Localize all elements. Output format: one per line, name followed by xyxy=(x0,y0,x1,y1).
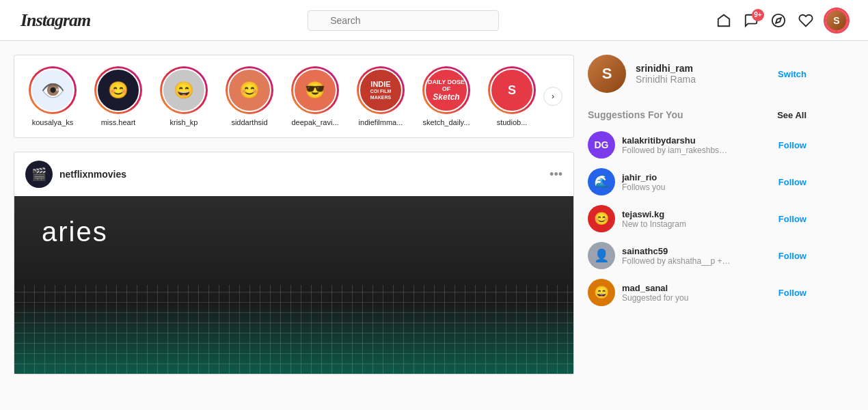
search-bar: 🔍 xyxy=(308,10,499,31)
story-username: deepak_ravi... xyxy=(291,118,338,126)
story-username: studiob... xyxy=(497,118,528,126)
suggestion-avatar[interactable]: 😄 xyxy=(588,279,615,306)
explore-icon[interactable] xyxy=(771,13,786,28)
header: Instagram 🔍 9+ xyxy=(0,0,868,41)
suggestion-sub: Followed by iam_rakeshbs07 + 3 m... xyxy=(622,146,731,155)
suggestion-avatar[interactable]: 🌊 xyxy=(588,168,615,195)
story-item[interactable]: 😎 deepak_ravi... xyxy=(288,66,342,126)
follow-button[interactable]: Follow xyxy=(778,214,806,224)
sidebar-username[interactable]: srinidhi_ram xyxy=(636,63,768,74)
suggestion-info: mad_sanal Suggested for you xyxy=(622,283,772,303)
home-icon[interactable] xyxy=(716,13,731,28)
stories-scroll: 👁️ kousalya_ks 😊 miss.heart xyxy=(25,66,538,126)
story-username: miss.heart xyxy=(101,118,136,126)
suggestion-avatar-text: DG xyxy=(595,139,609,150)
suggestion-username[interactable]: kalakritibydarshu xyxy=(622,135,772,146)
follow-button[interactable]: Follow xyxy=(778,288,806,298)
suggestion-avatar[interactable]: DG xyxy=(588,131,615,159)
sidebar-profile: S srinidhi_ram Srinidhi Rama Switch xyxy=(588,55,806,93)
svg-marker-1 xyxy=(776,18,781,23)
story-username: indiefilmma... xyxy=(359,118,403,126)
sidebar-avatar[interactable]: S xyxy=(588,55,626,93)
story-username: siddarthsid xyxy=(231,118,267,126)
suggestion-sub: Follows you xyxy=(622,182,731,192)
profile-avatar[interactable]: S xyxy=(826,10,847,31)
svg-point-0 xyxy=(772,14,785,26)
suggestion-item: 🌊 jahir_rio Follows you Follow xyxy=(588,168,806,195)
stories-next-button[interactable]: › xyxy=(543,87,562,106)
suggestion-item: 😊 tejaswi.kg New to Instagram Follow xyxy=(588,205,806,232)
suggestion-username[interactable]: jahir_rio xyxy=(622,172,772,182)
story-item[interactable]: DAILY DOSE OF Sketch sketch_daily... xyxy=(419,66,474,126)
suggestion-username[interactable]: tejaswi.kg xyxy=(622,209,772,219)
header-icons: 9+ S xyxy=(716,10,847,31)
stories-container: 👁️ kousalya_ks 😊 miss.heart xyxy=(14,55,574,138)
heart-icon[interactable] xyxy=(798,13,813,28)
post-image: aries xyxy=(14,196,573,374)
follow-button[interactable]: Follow xyxy=(778,177,806,187)
suggestion-info: sainathc59 Followed by akshatha__p + 1 m… xyxy=(622,246,772,266)
search-input[interactable] xyxy=(308,10,499,31)
story-item[interactable]: 😊 siddarthsid xyxy=(222,66,277,126)
suggestions-header: Suggestions For You See All xyxy=(588,109,806,120)
story-item[interactable]: 😄 krish_kp xyxy=(157,66,211,126)
suggestion-info: jahir_rio Follows you xyxy=(622,172,772,192)
avatar-initials: S xyxy=(833,15,839,26)
post-user: 🎬 netflixnmovies xyxy=(25,161,126,188)
suggestions-list: DG kalakritibydarshu Followed by iam_rak… xyxy=(588,131,806,306)
story-item[interactable]: 👁️ kousalya_ks xyxy=(25,66,80,126)
follow-button[interactable]: Follow xyxy=(778,140,806,150)
suggestion-item: 😄 mad_sanal Suggested for you Follow xyxy=(588,279,806,306)
messages-badge: 9+ xyxy=(752,9,764,21)
post-container: 🎬 netflixnmovies ••• aries xyxy=(14,152,574,374)
sidebar-user-info: srinidhi_ram Srinidhi Rama xyxy=(636,63,768,85)
sidebar-display-name: Srinidhi Rama xyxy=(636,74,768,85)
suggestion-sub: Suggested for you xyxy=(622,293,731,303)
sidebar-section: S srinidhi_ram Srinidhi Rama Switch Sugg… xyxy=(588,55,806,374)
story-item[interactable]: INDIE COI FILM MAKERS indiefilmma... xyxy=(353,66,408,126)
suggestion-item: DG kalakritibydarshu Followed by iam_rak… xyxy=(588,131,806,159)
suggestion-info: kalakritibydarshu Followed by iam_rakesh… xyxy=(622,135,772,155)
post-image-text: aries xyxy=(42,217,108,247)
suggestion-avatar[interactable]: 👤 xyxy=(588,242,615,269)
suggestion-info: tejaswi.kg New to Instagram xyxy=(622,209,772,229)
post-avatar[interactable]: 🎬 xyxy=(25,161,53,188)
feed-section: 👁️ kousalya_ks 😊 miss.heart xyxy=(14,55,574,374)
post-username[interactable]: netflixnmovies xyxy=(59,169,126,180)
suggestion-username[interactable]: mad_sanal xyxy=(622,283,772,293)
messages-icon[interactable]: 9+ xyxy=(744,13,759,28)
logo: Instagram xyxy=(21,10,90,31)
suggestion-item: 👤 sainathc59 Followed by akshatha__p + 1… xyxy=(588,242,806,269)
post-header: 🎬 netflixnmovies ••• xyxy=(14,152,573,196)
suggestion-sub: New to Instagram xyxy=(622,219,731,229)
suggestion-avatar[interactable]: 😊 xyxy=(588,205,615,232)
suggestions-title: Suggestions For You xyxy=(588,109,683,120)
main-layout: 👁️ kousalya_ks 😊 miss.heart xyxy=(0,55,868,374)
chevron-right-icon: › xyxy=(552,92,554,101)
sidebar-avatar-icon: S xyxy=(602,65,612,83)
story-item[interactable]: S studiob... xyxy=(485,66,538,126)
suggestions-see-all[interactable]: See All xyxy=(777,110,806,120)
story-username: krish_kp xyxy=(170,118,198,126)
story-item[interactable]: 😊 miss.heart xyxy=(91,66,146,126)
post-more-button[interactable]: ••• xyxy=(550,167,562,182)
follow-button[interactable]: Follow xyxy=(778,251,806,261)
suggestion-sub: Followed by akshatha__p + 1 more xyxy=(622,256,731,266)
sidebar-switch-button[interactable]: Switch xyxy=(778,69,806,79)
story-username: kousalya_ks xyxy=(32,118,74,126)
suggestion-username[interactable]: sainathc59 xyxy=(622,246,772,256)
story-username: sketch_daily... xyxy=(423,118,470,126)
